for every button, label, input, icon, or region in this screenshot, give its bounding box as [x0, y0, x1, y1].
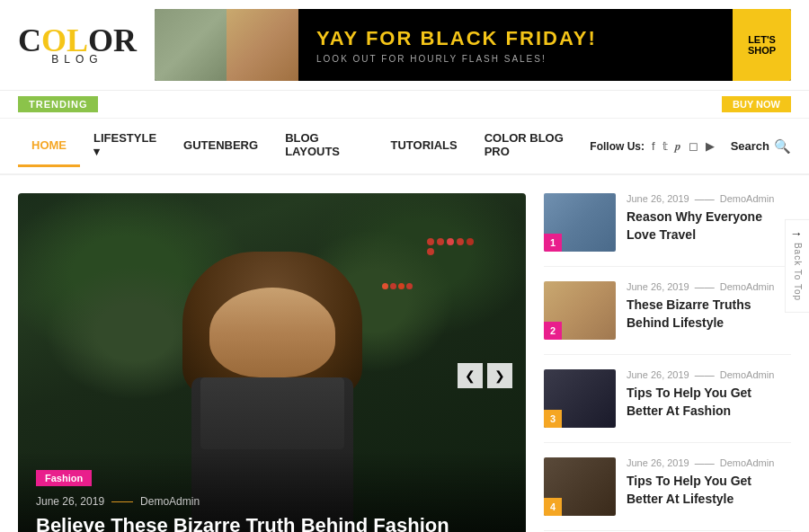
- ad-photo-2: [227, 9, 298, 81]
- sidebar-divider-line-2: [544, 354, 791, 355]
- sidebar-item-3: 3 June 26, 2019 —— DemoAdmin Tips To Hel…: [544, 369, 791, 428]
- sidebar: 1 June 26, 2019 —— DemoAdmin Reason Why …: [544, 193, 791, 532]
- sidebar-meta-2: June 26, 2019 —— DemoAdmin: [627, 281, 791, 292]
- nav-right: Follow Us: f 𝕥 𝒑 ◻ ▶ Search 🔍: [590, 138, 791, 155]
- logo[interactable]: COLOR BLOG: [18, 24, 137, 66]
- featured-title[interactable]: Believe These Bizarre Truth Behind Fashi…: [36, 513, 508, 532]
- back-to-top-arrow: ↑: [790, 231, 805, 238]
- ad-shop-button[interactable]: LET'S SHOP: [733, 9, 791, 81]
- nav-item-tutorials[interactable]: TUTORIALS: [378, 126, 471, 167]
- nav-item-lifestyle[interactable]: LIFESTYLE ▾: [80, 119, 170, 173]
- sidebar-meta-1: June 26, 2019 —— DemoAdmin: [627, 193, 791, 204]
- sidebar-content-3: June 26, 2019 —— DemoAdmin Tips To Help …: [627, 369, 791, 420]
- social-twitter-icon[interactable]: 𝕥: [662, 139, 668, 153]
- sidebar-meta-3: June 26, 2019 —— DemoAdmin: [627, 369, 791, 380]
- search-button[interactable]: Search 🔍: [731, 138, 791, 155]
- sidebar-num-2: 2: [544, 322, 562, 340]
- sidebar-num-3: 3: [544, 410, 562, 428]
- nav-item-blog-layouts[interactable]: BLOG LAYOUTS: [271, 119, 377, 173]
- sidebar-date-3: June 26, 2019: [627, 369, 689, 380]
- sidebar-thumb-4: 4: [544, 457, 616, 516]
- featured-prev-arrow[interactable]: ❮: [458, 363, 483, 388]
- follow-us-label: Follow Us:: [590, 140, 645, 153]
- sidebar-divider-2: ——: [695, 281, 715, 292]
- sidebar-title-1[interactable]: Reason Why Everyone Love Travel: [627, 208, 791, 244]
- featured-author: DemoAdmin: [140, 495, 200, 508]
- ad-subtitle: LOOK OUT FOR HOURLY FLASH SALES!: [316, 54, 715, 64]
- sidebar-author-3: DemoAdmin: [720, 369, 775, 380]
- nav-item-color-blog-pro[interactable]: COLOR BLOG PRO: [471, 119, 591, 173]
- sidebar-title-3[interactable]: Tips To Help You Get Better At Fashion: [627, 385, 791, 420]
- sidebar-content-1: June 26, 2019 —— DemoAdmin Reason Why Ev…: [627, 193, 791, 244]
- sidebar-title-4[interactable]: Tips To Help You Get Better At Lifestyle: [627, 473, 791, 508]
- sidebar-thumb-1: 1: [544, 193, 616, 252]
- featured-tag[interactable]: Fashion: [36, 470, 92, 486]
- social-instagram-icon[interactable]: ◻: [689, 139, 698, 153]
- sidebar-num-4: 4: [544, 498, 562, 516]
- navigation: HOME LIFESTYLE ▾ GUTENBERG BLOG LAYOUTS …: [0, 119, 809, 175]
- ad-banner: YAY FOR BLACK FRIDAY! LOOK OUT FOR HOURL…: [155, 9, 791, 81]
- header: COLOR BLOG YAY FOR BLACK FRIDAY! LOOK OU…: [0, 0, 809, 91]
- social-pinterest-icon[interactable]: 𝒑: [675, 139, 681, 154]
- sidebar-divider-1: ——: [695, 193, 715, 204]
- sidebar-divider-line-3: [544, 442, 791, 443]
- sidebar-divider-4: ——: [695, 457, 715, 468]
- featured-next-arrow[interactable]: ❯: [487, 363, 512, 388]
- main-content: ❮ ❯ Fashion June 26, 2019 —— DemoAdmin B…: [0, 175, 809, 532]
- search-icon: 🔍: [774, 138, 791, 155]
- sidebar-date-1: June 26, 2019: [627, 193, 689, 204]
- sidebar-item-4: 4 June 26, 2019 —— DemoAdmin Tips To Hel…: [544, 457, 791, 516]
- back-to-top-label: Back To Top: [793, 243, 803, 301]
- trending-bar: TRENDING BUY NOW: [0, 91, 809, 119]
- sidebar-divider-line-1: [544, 266, 791, 267]
- sidebar-thumb-3: 3: [544, 369, 616, 428]
- ad-photos: [155, 9, 298, 81]
- sidebar-date-4: June 26, 2019: [627, 457, 689, 468]
- featured-meta-divider: ——: [111, 495, 133, 508]
- sidebar-divider-line-4: [544, 530, 791, 531]
- sidebar-meta-4: June 26, 2019 —— DemoAdmin: [627, 457, 791, 468]
- sidebar-content-4: June 26, 2019 —— DemoAdmin Tips To Help …: [627, 457, 791, 508]
- sidebar-content-2: June 26, 2019 —— DemoAdmin These Bizarre…: [627, 281, 791, 332]
- ad-photo-1: [155, 9, 227, 81]
- search-label: Search: [731, 139, 769, 153]
- back-to-top[interactable]: ↑ Back To Top: [785, 219, 809, 313]
- ad-text: YAY FOR BLACK FRIDAY! LOOK OUT FOR HOURL…: [298, 27, 733, 64]
- featured-article: ❮ ❯ Fashion June 26, 2019 —— DemoAdmin B…: [18, 193, 526, 532]
- featured-nav-arrows: ❮ ❯: [458, 363, 512, 388]
- ad-title: YAY FOR BLACK FRIDAY!: [316, 27, 715, 50]
- featured-meta: June 26, 2019 —— DemoAdmin: [36, 495, 508, 508]
- sidebar-title-2[interactable]: These Bizarre Truths Behind Lifestyle: [627, 297, 791, 332]
- featured-overlay: Fashion June 26, 2019 —— DemoAdmin Belie…: [18, 451, 526, 532]
- sidebar-thumb-2: 2: [544, 281, 616, 340]
- nav-item-home[interactable]: HOME: [18, 126, 80, 167]
- nav-left: HOME LIFESTYLE ▾ GUTENBERG BLOG LAYOUTS …: [18, 119, 590, 173]
- social-youtube-icon[interactable]: ▶: [706, 139, 715, 153]
- buy-now-badge[interactable]: BUY NOW: [722, 96, 791, 112]
- sidebar-author-1: DemoAdmin: [720, 193, 775, 204]
- sidebar-date-2: June 26, 2019: [627, 281, 689, 292]
- sidebar-item-1: 1 June 26, 2019 —— DemoAdmin Reason Why …: [544, 193, 791, 252]
- social-facebook-icon[interactable]: f: [652, 139, 655, 153]
- sidebar-item-2: 2 June 26, 2019 —— DemoAdmin These Bizar…: [544, 281, 791, 340]
- sidebar-divider-3: ——: [695, 369, 715, 380]
- nav-item-gutenberg[interactable]: GUTENBERG: [170, 126, 271, 167]
- trending-badge[interactable]: TRENDING: [18, 96, 98, 112]
- sidebar-author-2: DemoAdmin: [720, 281, 775, 292]
- sidebar-num-1: 1: [544, 234, 562, 252]
- featured-date: June 26, 2019: [36, 495, 104, 508]
- sidebar-author-4: DemoAdmin: [720, 457, 775, 468]
